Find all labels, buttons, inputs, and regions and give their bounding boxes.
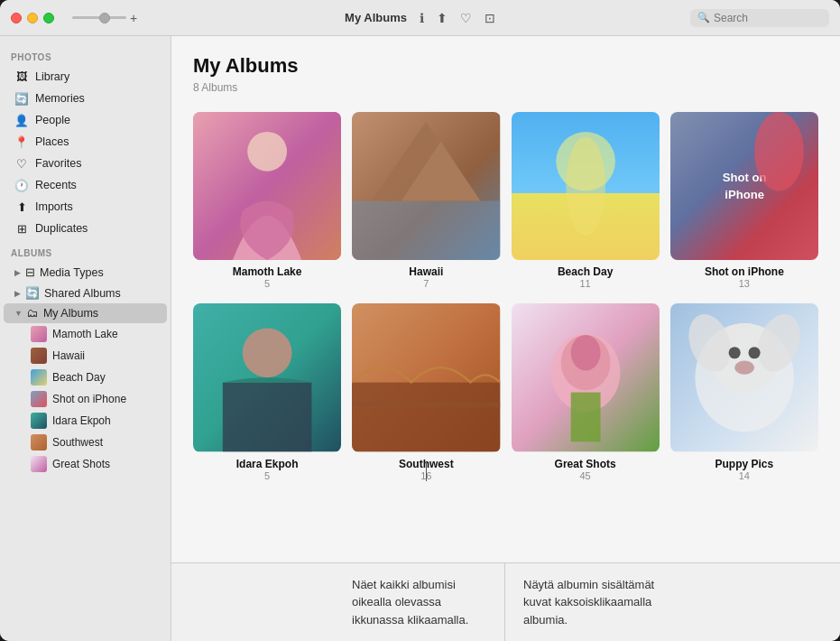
album-item-shot-on-iphone[interactable]: Shot on iPhone Shot on iPhone 13 <box>670 112 818 289</box>
albums-grid: Mamoth Lake 5 <box>193 112 818 481</box>
favorite-icon[interactable]: ♡ <box>460 11 472 25</box>
share-icon[interactable]: ⬆ <box>437 11 448 25</box>
sidebar-item-library[interactable]: 🖼 Library <box>4 66 167 88</box>
close-button[interactable] <box>11 13 22 23</box>
album-thumb-mamoth-lake <box>193 112 341 260</box>
thumb-beach-day <box>31 369 47 386</box>
chevron-right-icon: ▶ <box>14 268 21 277</box>
zoom-slider-thumb[interactable] <box>99 13 110 23</box>
album-count-shot-on-iphone: 13 <box>739 278 750 289</box>
album-item-mamoth-lake[interactable]: Mamoth Lake 5 <box>193 112 341 289</box>
thumb-great-shots-side <box>31 456 47 472</box>
album-thumb-shot-on-iphone: Shot on iPhone <box>670 112 818 260</box>
sidebar-subitem-mamoth-lake[interactable]: Mamoth Lake <box>4 323 167 345</box>
sidebar-group-media-types[interactable]: ▶ ⊟ Media Types <box>4 262 167 283</box>
my-albums-icon: 🗂 <box>27 307 39 320</box>
album-count-beach-day: 11 <box>580 278 591 289</box>
thumb-idara-ekpoh-side <box>31 413 47 429</box>
sidebar-item-label-library: Library <box>35 70 156 83</box>
titlebar: + My Albums ℹ ⬆ ♡ ⊡ 🔍 <box>0 0 840 36</box>
svg-rect-18 <box>352 403 500 407</box>
thumb-hawaii <box>31 348 47 364</box>
album-count-puppy-pics: 14 <box>739 470 750 481</box>
thumb-southwest-side <box>31 434 47 451</box>
album-name-beach-day: Beach Day <box>558 265 613 278</box>
traffic-lights <box>11 13 54 23</box>
sidebar-item-label-duplicates: Duplicates <box>35 222 156 235</box>
sidebar-group-shared-albums[interactable]: ▶ 🔄 Shared Albums <box>4 283 167 303</box>
albums-section-label: Albums <box>0 239 171 262</box>
album-item-idara-ekpoh[interactable]: Idara Ekpoh 5 <box>193 303 341 480</box>
search-input[interactable] <box>714 12 822 24</box>
svg-rect-15 <box>223 383 312 452</box>
chevron-right-icon-shared: ▶ <box>14 289 21 298</box>
callout-right-text: Näytä albumin sisältämätkuvat kaksoiskli… <box>505 563 840 642</box>
album-name-great-shots: Great Shots <box>555 458 616 470</box>
crop-icon[interactable]: ⊡ <box>485 11 495 25</box>
sidebar-item-duplicates[interactable]: ⊞ Duplicates <box>4 218 167 239</box>
sidebar-item-imports[interactable]: ⬆ Imports <box>4 196 167 218</box>
page-title: My Albums <box>193 54 818 78</box>
sidebar-subitem-great-shots[interactable]: Great Shots <box>4 453 167 475</box>
sidebar-group-my-albums[interactable]: ▼ 🗂 My Albums <box>4 303 167 323</box>
svg-point-14 <box>243 329 292 378</box>
sidebar-item-favorites[interactable]: ♡ Favorites <box>4 153 167 174</box>
svg-point-1 <box>247 132 287 172</box>
search-icon: 🔍 <box>697 12 710 23</box>
sidebar-item-label-people: People <box>35 114 156 126</box>
imports-icon: ⬆ <box>14 200 29 214</box>
recents-icon: 🕐 <box>14 178 29 192</box>
zoom-plus-button[interactable]: + <box>130 11 137 25</box>
search-box[interactable]: 🔍 <box>690 9 829 27</box>
callout-left-text: Näet kaikki albumisioikealla olevassaikk… <box>171 563 505 642</box>
album-item-hawaii[interactable]: Hawaii 7 <box>352 112 500 289</box>
album-thumb-southwest <box>352 303 500 451</box>
zoom-slider-area: + <box>72 11 137 25</box>
album-item-great-shots[interactable]: Great Shots 45 <box>512 303 660 480</box>
subitem-label-idara-ekpoh: Idara Ekpoh <box>52 414 111 427</box>
places-icon: 📍 <box>14 135 29 149</box>
subitem-label-southwest: Southwest <box>52 436 103 449</box>
subitem-label-mamoth-lake: Mamoth Lake <box>52 328 118 340</box>
info-icon[interactable]: ℹ <box>420 11 424 25</box>
album-count-idara-ekpoh: 5 <box>264 470 270 481</box>
svg-point-29 <box>728 347 740 358</box>
maximize-button[interactable] <box>43 13 54 23</box>
subitem-label-beach-day: Beach Day <box>52 371 106 384</box>
svg-rect-17 <box>352 383 500 452</box>
sidebar-item-label-memories: Memories <box>35 92 156 105</box>
sidebar-subitem-shot-on-iphone[interactable]: Shot on iPhone <box>4 388 167 410</box>
album-thumb-idara-ekpoh <box>193 303 341 451</box>
svg-point-22 <box>570 335 600 370</box>
minimize-button[interactable] <box>27 13 38 23</box>
sidebar-item-recents[interactable]: 🕐 Recents <box>4 174 167 196</box>
album-item-southwest[interactable]: Southwest 16 <box>352 303 500 480</box>
album-item-beach-day[interactable]: Beach Day 11 <box>512 112 660 289</box>
sidebar-item-places[interactable]: 📍 Places <box>4 131 167 153</box>
sidebar-subitem-hawaii[interactable]: Hawaii <box>4 345 167 367</box>
thumb-shot-on-iphone-side <box>31 391 47 407</box>
svg-text:iPhone: iPhone <box>725 188 764 201</box>
sidebar-subitem-beach-day[interactable]: Beach Day <box>4 367 167 388</box>
titlebar-center: My Albums ℹ ⬆ ♡ ⊡ <box>345 11 495 25</box>
sidebar-item-label-imports: Imports <box>35 200 156 213</box>
album-name-puppy-pics: Puppy Pics <box>715 458 774 470</box>
svg-point-30 <box>748 347 760 358</box>
sidebar-subitem-southwest[interactable]: Southwest <box>4 432 167 453</box>
sidebar-item-memories[interactable]: 🔄 Memories <box>4 88 167 109</box>
window-title: My Albums <box>345 11 407 24</box>
album-name-mamoth-lake: Mamoth Lake <box>233 265 302 278</box>
callout-indicator-line <box>426 463 427 481</box>
sidebar: Photos 🖼 Library 🔄 Memories 👤 People 📍 P… <box>0 36 171 641</box>
album-count-mamoth-lake: 5 <box>264 278 270 289</box>
sidebar-subitem-idara-ekpoh[interactable]: Idara Ekpoh <box>4 410 167 432</box>
album-item-puppy-pics[interactable]: Puppy Pics 14 <box>670 303 818 480</box>
subitem-label-great-shots: Great Shots <box>52 458 110 470</box>
svg-rect-23 <box>570 393 600 442</box>
library-icon: 🖼 <box>14 70 29 84</box>
album-thumb-puppy-pics <box>670 303 818 451</box>
album-thumb-beach-day <box>512 112 660 260</box>
main-layout: Photos 🖼 Library 🔄 Memories 👤 People 📍 P… <box>0 36 840 641</box>
sidebar-item-people[interactable]: 👤 People <box>4 109 167 131</box>
subitem-label-hawaii: Hawaii <box>52 349 85 362</box>
